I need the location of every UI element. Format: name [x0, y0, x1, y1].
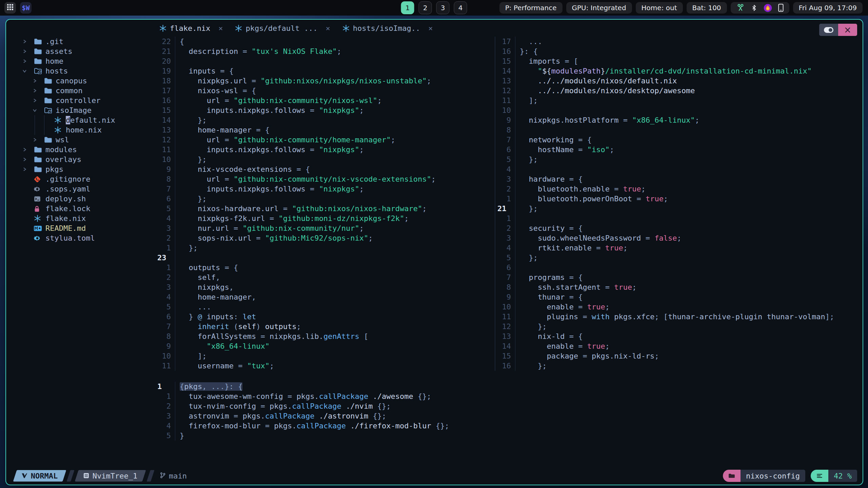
chevron-right-icon[interactable]	[22, 39, 34, 44]
line-number: 5	[155, 204, 175, 214]
line-number: 5	[155, 431, 175, 441]
tree-item-label: wsl	[56, 136, 69, 144]
phone-icon[interactable]	[778, 4, 784, 12]
pane-flake-nix[interactable]: 22{21 description = "tux's NixOS Flake";…	[155, 37, 495, 371]
line-number: 11	[495, 96, 515, 105]
editor-main: .gitassetshomehostscanopuscommoncontroll…	[6, 37, 863, 485]
nix-icon	[34, 215, 45, 222]
code-text: inputs.nixpkgs.follows = "nixpkgs";	[175, 145, 364, 155]
code-line: 6 };	[155, 194, 495, 204]
toggle-icon	[824, 27, 833, 33]
tree-item-modules[interactable]: modules	[6, 145, 155, 155]
code-text: url = "github:nix-community/nixos-wsl";	[175, 96, 382, 105]
code-line: 5 };	[495, 253, 863, 263]
chevron-down-icon[interactable]	[32, 108, 44, 113]
line-number: 2	[155, 233, 175, 243]
code-text: nixos-hardware.url = "github:nixos/nixos…	[175, 204, 427, 214]
tree-item-label: deploy.sh	[45, 195, 86, 203]
code-line: 6	[495, 263, 863, 272]
tree-item-controller[interactable]: controller	[6, 96, 155, 105]
workspace-logo-button[interactable]: $W	[20, 2, 32, 14]
indent-guide	[35, 125, 35, 135]
line-number: 13	[155, 125, 175, 135]
tree-item-common[interactable]: common	[6, 86, 155, 96]
tab-close-icon[interactable]: ×	[218, 24, 223, 33]
statusline-right: nixos-config 42 %	[723, 470, 857, 482]
tree-item-assets[interactable]: assets	[6, 46, 155, 56]
code-text: hardware = {	[515, 174, 583, 184]
line-number: 1	[155, 243, 175, 253]
workspace-button-4[interactable]: 4	[454, 1, 467, 14]
folder-icon	[34, 156, 45, 163]
tree-item-flake-lock[interactable]: flake.lock	[6, 204, 155, 214]
status-pill[interactable]: GPU: Integrated	[566, 2, 632, 14]
code-line: 18 nixpkgs.url = "github:nixos/nixpkgs/n…	[155, 76, 495, 86]
status-pill[interactable]: Home: out	[636, 2, 683, 14]
tree-item-canopus[interactable]: canopus	[6, 76, 155, 86]
tab-flake-nix[interactable]: flake.nix×	[159, 24, 223, 33]
tree-item-default-nix[interactable]: default.nix	[6, 115, 155, 125]
line-number: 11	[155, 361, 175, 371]
chevron-right-icon[interactable]	[22, 147, 34, 152]
tree-item-deploy-sh[interactable]: deploy.sh	[6, 194, 155, 204]
code-line: 12 ../../modules/nixos/desktop/awesome	[495, 86, 863, 96]
chevron-down-icon[interactable]	[22, 69, 34, 73]
workspace-button-1[interactable]: 1	[401, 1, 414, 14]
tree-item-stylua-toml[interactable]: stylua.toml	[6, 233, 155, 243]
clock-pill[interactable]: Fri Aug 09, 17:09	[793, 2, 863, 14]
tree-item--git[interactable]: .git	[6, 37, 155, 46]
tree-item-label: README.md	[45, 224, 86, 232]
flame-icon[interactable]	[764, 4, 772, 12]
tab-close-icon[interactable]: ×	[428, 24, 433, 33]
workspace-button-3[interactable]: 3	[436, 1, 450, 14]
tree-item-pkgs[interactable]: pkgs	[6, 164, 155, 174]
tree-item-flake-nix[interactable]: flake.nix	[6, 214, 155, 223]
nvimtree-sidebar[interactable]: .gitassetshomehostscanopuscommoncontroll…	[6, 37, 155, 485]
scroll-lines-icon	[811, 470, 828, 482]
workspace-button-2[interactable]: 2	[419, 1, 432, 14]
code-text: };	[175, 194, 206, 204]
pane-pkgs-default-nix[interactable]: 1{pkgs, ...}: {1 tux-awesome-wm-config =…	[155, 382, 863, 441]
tree-item-readme-md[interactable]: README.md	[6, 223, 155, 233]
code-line: 2 self,	[155, 272, 495, 282]
status-pill[interactable]: Bat: 100	[687, 2, 727, 14]
branch-icon	[160, 472, 165, 480]
chevron-right-icon[interactable]	[32, 138, 44, 142]
window-toggle-button[interactable]	[819, 24, 838, 36]
code-line: 5}	[155, 431, 863, 441]
tree-item-home[interactable]: home	[6, 56, 155, 66]
chevron-right-icon[interactable]	[32, 98, 44, 103]
code-line: 6 hostName = "iso";	[495, 145, 863, 155]
git-branch: main	[160, 472, 187, 480]
chevron-right-icon[interactable]	[22, 59, 34, 63]
workspace-switcher: 1234	[401, 0, 467, 16]
chevron-right-icon[interactable]	[32, 79, 44, 83]
tree-item-wsl[interactable]: wsl	[6, 135, 155, 145]
tree-item-home-nix[interactable]: home.nix	[6, 125, 155, 135]
tree-item--sops-yaml[interactable]: .sops.yaml	[6, 184, 155, 194]
tab-pkgs-default-[interactable]: pkgs/default ...×	[235, 24, 330, 33]
code-text	[515, 105, 520, 115]
chevron-right-icon[interactable]	[32, 88, 44, 93]
chevron-right-icon[interactable]	[22, 167, 34, 171]
code-text: };	[515, 253, 538, 263]
tree-item-isoimage[interactable]: isoImage	[6, 105, 155, 115]
indent-guide	[44, 125, 44, 135]
bluetooth-icon[interactable]	[751, 4, 757, 12]
status-pill[interactable]: P: Performance	[499, 2, 563, 14]
tree-item-hosts[interactable]: hosts	[6, 66, 155, 76]
app-launcher-button[interactable]	[4, 2, 16, 14]
line-number: 9	[155, 341, 175, 351]
chevron-right-icon[interactable]	[22, 157, 34, 162]
code-line: 17 nixos-wsl = {	[155, 86, 495, 96]
tree-item--gitignore[interactable]: .gitignore	[6, 174, 155, 184]
window-close-button[interactable]: ×	[838, 24, 857, 36]
pane-isoimage-default-nix[interactable]: 17 ...16}: {15 imports = [14 "${modulesP…	[495, 37, 863, 371]
tree-item-overlays[interactable]: overlays	[6, 155, 155, 164]
code-line: 5 ...	[155, 302, 495, 312]
chevron-right-icon[interactable]	[22, 49, 34, 54]
tab-close-icon[interactable]: ×	[326, 24, 330, 33]
scissors-icon[interactable]	[736, 4, 745, 12]
tab-hosts-isoimag-[interactable]: hosts/isoImag..×	[342, 24, 433, 33]
line-number: 2	[155, 272, 175, 282]
